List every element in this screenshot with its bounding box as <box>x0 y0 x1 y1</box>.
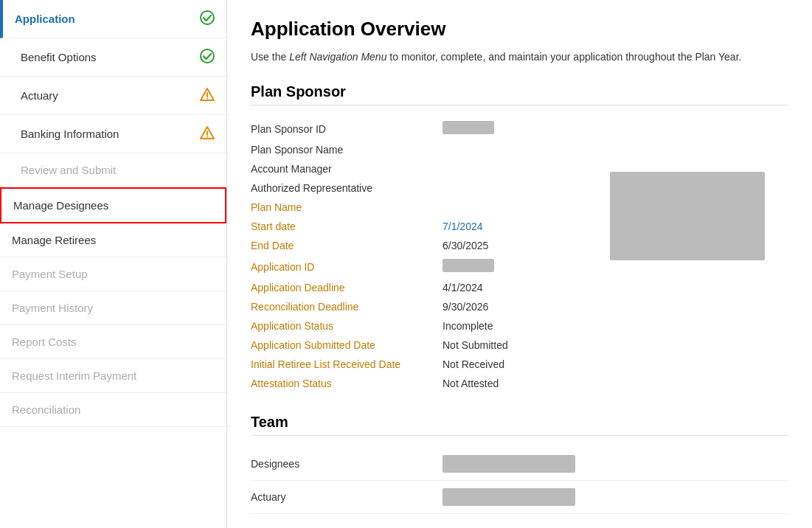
field-value: Not Submitted <box>443 339 508 351</box>
field-label: Reconciliation Deadline <box>251 301 443 313</box>
field-value: 6/30/2025 <box>443 240 488 251</box>
sidebar-item-report-costs: Report Costs <box>0 325 226 359</box>
field-label: Authorized Representative <box>251 182 443 194</box>
team-row: Designees <box>251 448 788 481</box>
sidebar-item-banking-information[interactable]: Banking Information <box>0 115 226 153</box>
sidebar-item-actuary[interactable]: Actuary <box>0 77 226 115</box>
team-field-label: Designees <box>251 458 443 470</box>
info-row: Attestation StatusNot Attested <box>251 374 788 393</box>
intro-text: Use the Left Navigation Menu to monitor,… <box>251 51 788 63</box>
sidebar-label-actuary: Actuary <box>21 89 58 102</box>
team-row: Actuary <box>251 481 788 514</box>
sidebar-item-payment-history: Payment History <box>0 291 226 325</box>
plan-sponsor-title: Plan Sponsor <box>251 83 788 105</box>
sidebar: ApplicationBenefit OptionsActuaryBanking… <box>0 0 227 528</box>
svg-point-7 <box>207 136 208 138</box>
sidebar-item-reconciliation: Reconciliation <box>0 393 226 427</box>
field-value <box>443 121 494 136</box>
warn-orange-icon <box>200 87 215 104</box>
page-title: Application Overview <box>251 18 788 41</box>
sidebar-label-benefit-options: Benefit Options <box>21 51 97 63</box>
team-value-placeholder <box>443 488 575 506</box>
sidebar-label-request-interim-payment: Request Interim Payment <box>12 369 136 382</box>
sidebar-item-request-interim-payment: Request Interim Payment <box>0 359 226 393</box>
warn-orange-icon <box>200 125 215 142</box>
field-value: Incomplete <box>443 320 493 332</box>
field-label: Application ID <box>251 261 443 273</box>
field-label: Application Deadline <box>251 282 443 293</box>
intro-prefix: Use the <box>251 51 289 63</box>
sidebar-label-review-and-submit: Review and Submit <box>21 164 116 176</box>
sidebar-label-payment-history: Payment History <box>12 302 93 314</box>
field-label: Plan Name <box>251 201 443 213</box>
plan-sponsor-image-placeholder <box>610 172 765 260</box>
sidebar-label-manage-designees: Manage Designees <box>13 199 108 212</box>
svg-point-0 <box>201 11 214 24</box>
team-title: Team <box>251 414 788 436</box>
plan-sponsor-section: Plan Sponsor Plan Sponsor IDPlan Sponsor… <box>251 83 788 393</box>
info-row: Application Submitted DateNot Submitted <box>251 336 788 355</box>
check-green-icon <box>200 10 215 27</box>
field-value: 7/1/2024 <box>443 220 483 232</box>
sidebar-label-banking-information: Banking Information <box>21 128 119 140</box>
sidebar-label-report-costs: Report Costs <box>12 336 77 348</box>
intro-suffix: to monitor, complete, and maintain your … <box>386 51 741 63</box>
sidebar-label-reconciliation: Reconciliation <box>12 403 80 416</box>
sidebar-item-manage-retirees[interactable]: Manage Retirees <box>0 223 226 257</box>
team-table: DesigneesActuary <box>251 448 788 514</box>
svg-point-1 <box>201 49 214 63</box>
field-label: Application Submitted Date <box>251 339 443 351</box>
info-row: Application StatusIncomplete <box>251 316 788 336</box>
sidebar-label-manage-retirees: Manage Retirees <box>12 234 96 246</box>
field-label: Plan Sponsor Name <box>251 144 443 156</box>
main-content: Application Overview Use the Left Naviga… <box>227 0 812 528</box>
sidebar-item-application[interactable]: Application <box>0 0 226 38</box>
team-value-placeholder <box>443 455 575 473</box>
info-row: Plan Sponsor Name <box>251 140 788 159</box>
info-row: Application Deadline4/1/2024 <box>251 278 788 297</box>
field-label: Plan Sponsor ID <box>251 123 443 135</box>
sidebar-item-manage-designees[interactable]: Manage Designees <box>0 187 226 223</box>
field-label: Account Manager <box>251 163 443 175</box>
sidebar-label-application: Application <box>15 13 75 25</box>
field-label: Start date <box>251 220 443 232</box>
field-value: 9/30/2026 <box>443 301 488 313</box>
sidebar-item-review-and-submit: Review and Submit <box>0 153 226 187</box>
info-row: Plan Sponsor ID <box>251 117 788 140</box>
info-row: Reconciliation Deadline9/30/2026 <box>251 297 788 316</box>
field-value: Not Attested <box>443 378 499 389</box>
field-value <box>443 259 494 274</box>
field-label: Attestation Status <box>251 378 443 389</box>
field-label: End Date <box>251 240 443 251</box>
sidebar-label-payment-setup: Payment Setup <box>12 268 88 280</box>
check-green-icon <box>200 49 215 66</box>
field-value: 4/1/2024 <box>443 282 483 293</box>
svg-point-4 <box>207 98 208 100</box>
sidebar-item-payment-setup: Payment Setup <box>0 257 226 291</box>
field-label: Initial Retiree List Received Date <box>251 358 443 370</box>
team-field-label: Actuary <box>251 491 443 503</box>
field-value: Not Received <box>443 358 504 370</box>
field-label: Application Status <box>251 320 443 332</box>
intro-em: Left Navigation Menu <box>289 51 386 63</box>
info-row: Initial Retiree List Received DateNot Re… <box>251 355 788 374</box>
team-section: Team DesigneesActuary <box>251 414 788 514</box>
sidebar-item-benefit-options[interactable]: Benefit Options <box>0 38 226 77</box>
